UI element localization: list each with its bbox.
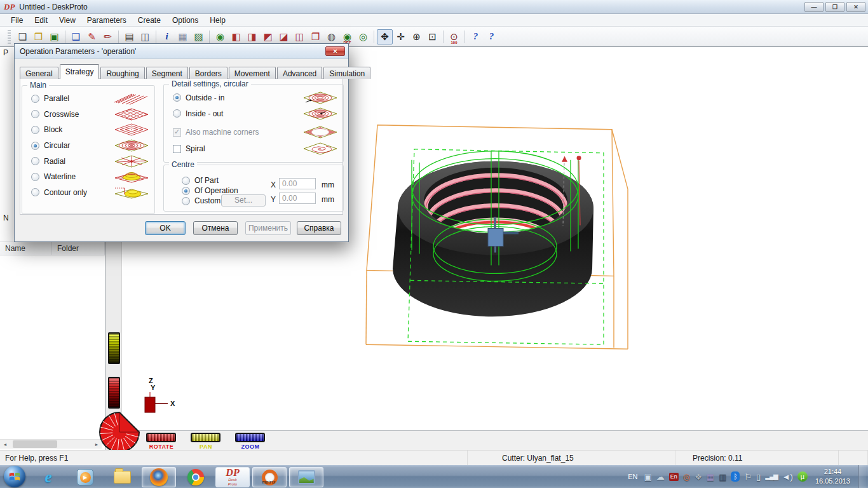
rotate-wheel[interactable] <box>99 412 140 452</box>
ok-button[interactable]: OK <box>145 221 186 235</box>
load-geometry-icon[interactable]: ❑ <box>68 29 84 44</box>
view-right-icon[interactable]: ❐ <box>308 29 323 44</box>
horizontal-scrollbar[interactable]: ◄ ► <box>0 439 102 449</box>
option-radial[interactable]: Radial <box>22 153 154 169</box>
render-image-icon[interactable]: ▨ <box>191 29 207 44</box>
option-waterline[interactable]: Waterline <box>22 169 154 185</box>
option-block[interactable]: Block <box>22 122 154 138</box>
option-outside-in[interactable]: Outside - in <box>164 90 343 105</box>
action-center-flag-icon[interactable]: ⚐ <box>744 473 752 481</box>
taskbar-photo-viewer[interactable] <box>289 467 323 487</box>
help-button[interactable]: Справка <box>297 221 341 235</box>
zoom-100-icon[interactable]: ⊙ 100 <box>446 29 462 44</box>
minimize-button[interactable]: — <box>804 2 824 12</box>
view-perspective-icon[interactable]: ◍ <box>323 29 339 44</box>
pan-slider[interactable] <box>191 433 220 442</box>
option-custom[interactable]: Custom <box>173 193 226 209</box>
view-back-icon[interactable]: ◪ <box>276 29 292 44</box>
close-button[interactable]: ✕ <box>846 2 865 12</box>
taskbar-explorer[interactable] <box>105 467 139 487</box>
tab-movement[interactable]: Movement <box>229 67 276 79</box>
radio-icon[interactable] <box>31 157 39 165</box>
print-icon[interactable]: ▤ <box>121 29 137 44</box>
info-icon[interactable]: i <box>159 29 175 44</box>
cloud-sync-icon[interactable]: ☁ <box>656 473 665 481</box>
taskbar-chrome[interactable] <box>179 467 213 487</box>
help-icon[interactable]: ? <box>468 29 484 44</box>
taskbar-media-player[interactable]: ▶ <box>68 467 102 487</box>
view-bottom-icon[interactable]: ◨ <box>244 29 260 44</box>
option-parallel[interactable]: Parallel <box>22 91 154 107</box>
column-header-name[interactable]: Name <box>0 242 52 255</box>
x-field[interactable] <box>279 178 316 189</box>
menu-options[interactable]: Options <box>166 15 204 26</box>
restore-button[interactable]: ❐ <box>825 2 844 12</box>
radio-icon[interactable] <box>31 126 39 134</box>
zoom-window-icon[interactable]: ⊡ <box>424 29 440 44</box>
radio-icon[interactable] <box>182 197 190 205</box>
taskbar-internet-explorer[interactable]: e <box>31 467 65 487</box>
utorrent-icon[interactable]: µ <box>797 471 808 482</box>
scroll-left-icon[interactable]: ◄ <box>0 440 10 449</box>
write-nc-file-icon[interactable]: ✏ <box>100 29 116 44</box>
calculate-toolpath-icon[interactable]: ✎ <box>84 29 100 44</box>
radio-icon-selected[interactable] <box>173 93 181 102</box>
radio-icon[interactable] <box>31 173 39 181</box>
radio-icon[interactable] <box>173 109 181 118</box>
menu-create[interactable]: Create <box>132 15 166 26</box>
option-crosswise[interactable]: Crosswise <box>22 107 154 123</box>
view-top-icon[interactable]: ◧ <box>228 29 244 44</box>
zoom-slider[interactable] <box>235 433 265 442</box>
radio-icon-selected[interactable] <box>31 142 39 150</box>
radio-icon[interactable] <box>31 110 39 118</box>
window-layout-icon[interactable]: ▦ <box>175 29 191 44</box>
option-contour-only[interactable]: Contour only <box>22 185 154 201</box>
tab-segment[interactable]: Segment <box>146 67 188 79</box>
menu-parameters[interactable]: Parameters <box>81 15 132 26</box>
option-inside-out[interactable]: Inside - out <box>164 105 343 121</box>
bird-icon[interactable]: ❖ <box>695 473 702 481</box>
new-file-icon[interactable]: ❏ <box>15 29 31 44</box>
adobe-en-badge[interactable]: En <box>669 473 679 481</box>
taskbar-deskproto[interactable]: DP Desk Proto <box>215 467 250 487</box>
menu-edit[interactable]: Edit <box>29 15 53 26</box>
menu-file[interactable]: File <box>5 15 29 26</box>
column-header-folder[interactable]: Folder <box>52 242 105 255</box>
tab-strategy[interactable]: Strategy <box>60 64 100 79</box>
feed-gauge[interactable] <box>108 332 120 364</box>
checkbox-icon[interactable] <box>173 145 181 153</box>
battery-icon[interactable]: ▯ <box>756 473 761 481</box>
show-part-icon[interactable]: ◉ <box>212 29 228 44</box>
zoom-in-icon[interactable]: ⊕ <box>409 29 424 44</box>
option-spiral[interactable]: Spiral <box>164 140 343 157</box>
cancel-button[interactable]: Отмена <box>193 221 238 235</box>
rotate-view-icon[interactable]: ✥ <box>377 29 393 44</box>
taskbar-clock[interactable]: 21:44 16.05.2013 <box>815 467 850 486</box>
dialog-close-icon[interactable]: ✕ <box>325 46 345 56</box>
dialog-title-bar[interactable]: Operation Parameters - 'operation' ✕ <box>15 44 348 59</box>
open-file-icon[interactable]: ❒ <box>31 29 46 44</box>
save-file-icon[interactable]: ▣ <box>46 29 62 44</box>
tab-advanced[interactable]: Advanced <box>277 67 322 79</box>
view-previous-icon[interactable]: ◎ <box>355 29 371 44</box>
scrollbar-thumb[interactable] <box>13 440 57 448</box>
apply-button[interactable]: Применить <box>245 221 291 235</box>
pan-view-icon[interactable]: ✛ <box>393 29 409 44</box>
language-indicator[interactable]: EN <box>626 473 639 480</box>
option-circular[interactable]: Circular <box>22 138 154 154</box>
toolbar-gripper[interactable] <box>8 30 11 44</box>
taskbar-firefox[interactable] <box>142 467 176 487</box>
volume-icon[interactable]: ◄) <box>782 473 793 481</box>
set-button[interactable]: Set... <box>221 194 266 207</box>
view-left-icon[interactable]: ◫ <box>292 29 308 44</box>
network-signal-icon[interactable]: ▂▄▆ <box>765 473 777 480</box>
menu-view[interactable]: View <box>53 15 81 26</box>
tab-roughing[interactable]: Roughing <box>100 67 144 79</box>
show-desktop-button[interactable] <box>858 465 866 488</box>
context-help-icon[interactable]: ? <box>484 29 499 44</box>
menu-help[interactable]: Help <box>204 15 231 26</box>
y-field[interactable] <box>279 193 316 204</box>
tab-general[interactable]: General <box>20 67 58 79</box>
orange-ring-icon[interactable]: ◎ <box>683 473 690 481</box>
start-button[interactable] <box>2 466 27 487</box>
